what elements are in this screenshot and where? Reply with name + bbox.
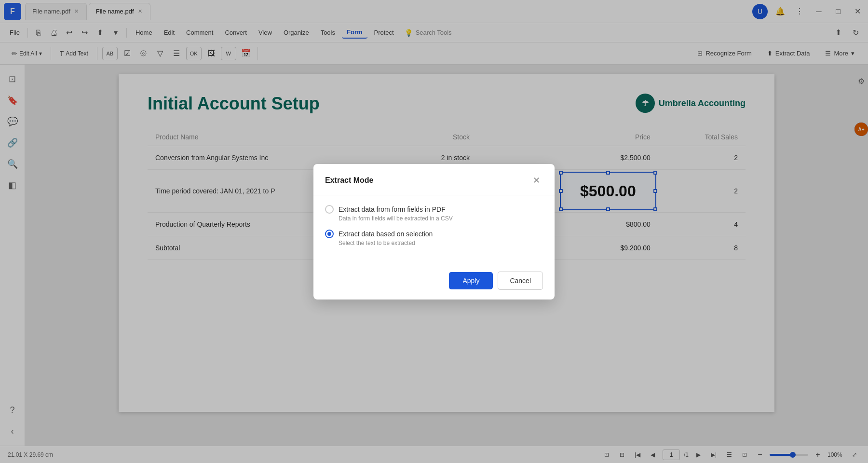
modal-title: Extract Mode [325, 176, 373, 185]
radio-label-1: Extract data from form fields in PDF [339, 205, 446, 213]
modal-footer: Apply Cancel [313, 264, 555, 300]
radio-sublabel-2: Select the text to be extracted [339, 240, 543, 246]
modal-overlay: Extract Mode ✕ Extract data from form fi… [0, 0, 868, 463]
radio-circle-1[interactable] [325, 205, 334, 214]
radio-circle-2[interactable] [325, 230, 334, 238]
apply-button[interactable]: Apply [449, 272, 493, 289]
modal-close-btn[interactable]: ✕ [529, 174, 543, 187]
radio-label-2: Extract data based on selection [339, 230, 433, 238]
extract-mode-modal: Extract Mode ✕ Extract data from form fi… [313, 164, 555, 300]
radio-option-2[interactable]: Extract data based on selection Select t… [325, 230, 543, 246]
cancel-button[interactable]: Cancel [498, 272, 543, 290]
modal-header: Extract Mode ✕ [313, 164, 555, 195]
radio-option-1[interactable]: Extract data from form fields in PDF Dat… [325, 205, 543, 222]
modal-body: Extract data from form fields in PDF Dat… [313, 195, 555, 264]
radio-sublabel-1: Data in form fields will be extracted in… [339, 215, 543, 222]
